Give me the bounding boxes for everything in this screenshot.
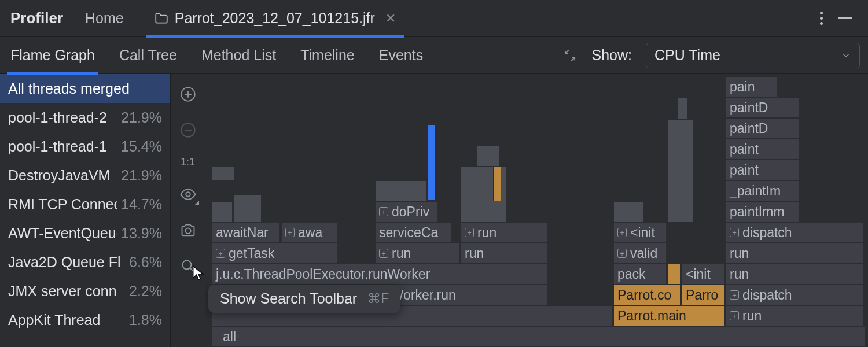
tab-flame-graph[interactable]: Flame Graph [10, 37, 95, 74]
flame-frame[interactable] [493, 167, 501, 201]
flame-frame[interactable]: all [212, 326, 866, 347]
svg-point-4 [182, 260, 191, 269]
flame-frame[interactable]: _paintIm [726, 180, 800, 201]
tab-events[interactable]: Events [379, 37, 423, 74]
flame-frame[interactable]: Parrot.main [613, 305, 724, 326]
flame-frame[interactable]: +run [726, 305, 863, 326]
flame-frame[interactable]: paintImm [726, 201, 800, 222]
flame-frame[interactable]: Parro [682, 285, 724, 305]
flame-frame[interactable]: run [726, 243, 863, 264]
flame-frame[interactable]: paintD [726, 118, 800, 139]
flame-toolbar: 1:1 [170, 74, 205, 347]
flame-frame[interactable] [477, 146, 500, 167]
show-label: Show: [592, 47, 632, 64]
flame-frame[interactable]: Parrot.co [613, 285, 681, 305]
svg-point-2 [186, 192, 190, 197]
title-bar: Profiler Home Parrot_2023_12_07_101215.j… [0, 0, 868, 37]
flame-frame[interactable]: serviceCa [375, 222, 451, 243]
flame-frame[interactable] [427, 125, 435, 200]
thread-row[interactable]: JMX server conn2.2% [0, 276, 170, 305]
flame-frame[interactable] [212, 167, 235, 180]
minimize-icon[interactable] [838, 17, 852, 19]
close-icon[interactable]: ✕ [385, 11, 396, 26]
flame-graph[interactable]: all Parrot.main +run $Worker.run Parrot.… [205, 74, 868, 347]
flame-frame[interactable]: +run [375, 243, 459, 264]
thread-row[interactable]: AppKit Thread1.8% [0, 305, 170, 334]
flame-frame[interactable] [668, 264, 681, 285]
tab-method-list[interactable]: Method List [201, 37, 276, 74]
thread-row[interactable]: pool-1-thread-221.9% [0, 103, 170, 132]
thread-list: All threads merged pool-1-thread-221.9% … [0, 74, 170, 347]
zoom-in-icon[interactable] [178, 84, 198, 104]
chevron-down-icon [841, 50, 851, 61]
flame-frame[interactable]: pain [726, 76, 778, 97]
flame-frame[interactable]: run [461, 243, 547, 264]
thread-row[interactable]: DestroyJavaVM21.9% [0, 161, 170, 190]
tab-timeline[interactable]: Timeline [300, 37, 355, 74]
flame-frame[interactable]: +dispatch [726, 222, 863, 243]
thread-row[interactable]: AWT-EventQueue13.9% [0, 219, 170, 248]
flame-frame[interactable]: j.u.c.ThreadPoolExecutor.runWorker [212, 264, 547, 285]
flame-frame[interactable] [212, 201, 233, 222]
folder-icon [154, 11, 169, 26]
show-dropdown[interactable]: CPU Time [646, 43, 860, 68]
kebab-menu-icon[interactable] [820, 12, 823, 25]
flame-frame[interactable]: +awa [281, 222, 338, 243]
flame-frame[interactable]: +<init [613, 222, 667, 243]
flame-frame[interactable] [613, 201, 643, 222]
app-title: Profiler [10, 9, 63, 27]
flame-frame[interactable]: +doPriv [375, 201, 437, 222]
svg-point-3 [185, 228, 190, 234]
tooltip-text: Show Search Toolbar [220, 290, 357, 307]
tab-home[interactable]: Home [85, 10, 124, 27]
mouse-cursor [191, 265, 206, 282]
view-tabs: Flame Graph Call Tree Method List Timeli… [0, 37, 868, 74]
thread-row-all[interactable]: All threads merged [0, 74, 170, 103]
tab-file[interactable]: Parrot_2023_12_07_101215.jfr ✕ [146, 0, 404, 37]
flame-frame[interactable]: +getTask [212, 243, 338, 264]
flame-frame[interactable]: +dispatch [726, 285, 863, 305]
focus-icon[interactable] [178, 184, 198, 204]
flame-frame[interactable]: pack [613, 264, 667, 285]
capture-icon[interactable] [178, 220, 198, 240]
tooltip: Show Search Toolbar ⌘F [208, 285, 400, 313]
file-tab-label: Parrot_2023_12_07_101215.jfr [175, 10, 375, 27]
flame-frame[interactable]: run [726, 264, 863, 285]
thread-row[interactable]: Java2D Queue Fl6.6% [0, 248, 170, 276]
show-value: CPU Time [654, 47, 720, 64]
flame-frame[interactable]: paint [726, 139, 800, 160]
scale-1-1[interactable]: 1:1 [181, 156, 195, 168]
tooltip-shortcut: ⌘F [367, 291, 389, 307]
flame-frame[interactable]: paint [726, 160, 800, 180]
flame-frame[interactable] [375, 180, 427, 201]
flame-frame[interactable]: awaitNar [212, 222, 280, 243]
flame-frame[interactable]: paintD [726, 97, 800, 118]
collapse-icon[interactable] [562, 47, 578, 64]
tab-call-tree[interactable]: Call Tree [119, 37, 177, 74]
thread-row[interactable]: pool-1-thread-115.4% [0, 132, 170, 161]
flame-frame[interactable] [234, 194, 262, 222]
zoom-out-icon [178, 120, 198, 140]
flame-frame[interactable] [677, 97, 687, 119]
thread-row[interactable]: RMI TCP Connec14.7% [0, 190, 170, 219]
flame-frame[interactable]: +valid [613, 243, 667, 264]
flame-frame[interactable]: +run [461, 222, 547, 243]
flame-frame[interactable]: <init [682, 264, 724, 285]
main-area: All threads merged pool-1-thread-221.9% … [0, 74, 868, 347]
flame-frame[interactable] [668, 119, 693, 222]
